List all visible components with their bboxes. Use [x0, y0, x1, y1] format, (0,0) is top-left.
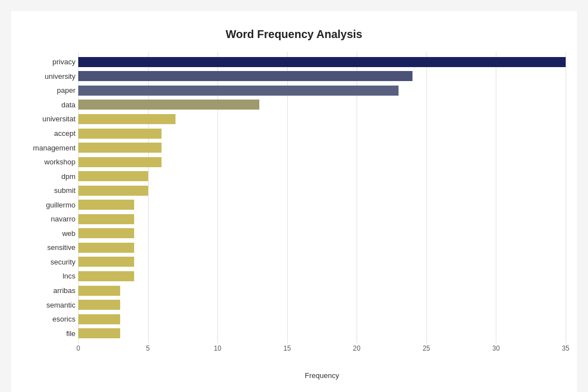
chart-title: Word Frequency Analysis [11, 28, 577, 41]
bar [78, 114, 176, 124]
bar-label: security [17, 258, 75, 266]
bar-label: accept [17, 129, 75, 138]
bar-row: data [78, 98, 566, 111]
bar-label: file [17, 329, 75, 338]
bar-label: semantic [17, 301, 75, 309]
bar-label: arribas [17, 286, 75, 295]
bar [78, 100, 259, 110]
bar-row: file [78, 327, 566, 339]
bar-row: privacy [78, 56, 566, 68]
chart-container: Word Frequency Analysis privacyuniversit… [11, 11, 577, 392]
bar-label: privacy [17, 58, 75, 66]
bar [78, 171, 148, 181]
bar-row: navarro [78, 213, 566, 225]
bar [78, 243, 134, 253]
bar-row: guillermo [78, 199, 566, 211]
bar-label: workshop [17, 158, 75, 166]
bar-row: lncs [78, 270, 566, 282]
bar-label: dpm [17, 172, 75, 181]
bar-label: navarro [17, 215, 75, 223]
x-tick-label: 30 [492, 344, 500, 352]
bar-row: sensitive [78, 242, 566, 254]
x-tick-label: 10 [214, 344, 221, 352]
bar-label: management [17, 144, 75, 152]
bar [78, 314, 120, 324]
bar-row: accept [78, 127, 566, 140]
bar-label: submit [17, 186, 75, 195]
bar-label: lncs [17, 272, 75, 280]
x-tick-label: 25 [423, 344, 430, 352]
bar [78, 257, 134, 267]
bar-row: web [78, 227, 566, 239]
x-tick-label: 5 [146, 344, 150, 352]
bar-label: web [17, 229, 75, 238]
x-tick-label: 20 [353, 344, 361, 352]
bar-label: sensitive [17, 243, 75, 252]
bar [78, 214, 134, 224]
bar-row: universitat [78, 113, 566, 125]
bar-row: esorics [78, 313, 566, 325]
bar-label: data [17, 101, 75, 109]
x-axis-label: Frequency [78, 371, 566, 380]
bar [78, 71, 412, 81]
bar [78, 300, 120, 310]
bar [78, 286, 120, 296]
bar [78, 228, 134, 238]
grid-line [566, 52, 566, 343]
x-axis: Frequency 05101520253035 [78, 343, 566, 360]
chart-area: privacyuniversitypaperdatauniversitatacc… [78, 52, 566, 360]
bar-row: submit [78, 185, 566, 197]
bar-row: semantic [78, 299, 566, 311]
bar-row: arribas [78, 285, 566, 297]
bar-row: dpm [78, 170, 566, 182]
bar-label: paper [17, 86, 75, 95]
x-tick-label: 15 [283, 344, 291, 352]
bar [78, 143, 162, 153]
x-tick-label: 0 [77, 344, 80, 352]
x-tick-label: 35 [562, 344, 569, 352]
bar [78, 271, 134, 281]
bar-row: management [78, 141, 566, 154]
bar-row: university [78, 70, 566, 82]
bar-label: universitat [17, 115, 75, 123]
bar-label: esorics [17, 315, 75, 323]
bar [78, 129, 162, 139]
bar-row: paper [78, 84, 566, 97]
bars-container: privacyuniversitypaperdatauniversitatacc… [78, 52, 566, 343]
bar-row: workshop [78, 156, 566, 168]
bar [78, 186, 148, 196]
bar [78, 157, 162, 167]
bar [78, 328, 120, 338]
bar-label: university [17, 72, 75, 81]
bar [78, 86, 399, 96]
bar-row: security [78, 256, 566, 268]
bar-label: guillermo [17, 201, 75, 209]
bar [78, 57, 566, 67]
bar [78, 200, 134, 210]
